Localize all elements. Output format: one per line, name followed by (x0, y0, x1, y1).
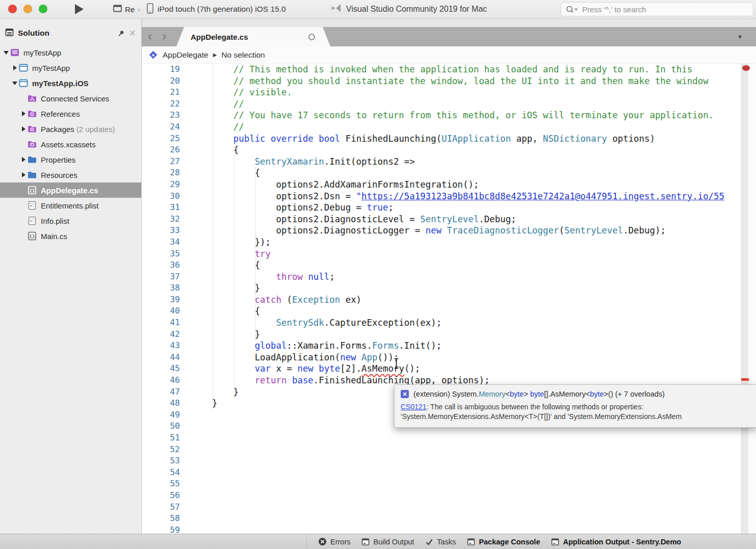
sidebar-item-mytestapp[interactable]: myTestApp (0, 60, 141, 75)
zoom-window-button[interactable] (39, 5, 47, 13)
line-number[interactable]: 54 (142, 467, 180, 479)
line-number[interactable]: 21 (142, 87, 180, 98)
line-number[interactable]: 38 (142, 282, 180, 294)
line-number[interactable]: 36 (142, 259, 180, 271)
line-number[interactable]: 24 (142, 121, 180, 133)
code-line[interactable]: global::Xamarin.Forms.Forms.Init(); (191, 340, 756, 352)
sidebar-item-properties[interactable]: Properties (0, 152, 141, 167)
code-line[interactable] (191, 467, 756, 479)
line-number[interactable]: 48 (142, 398, 180, 409)
code-line[interactable]: options2.AddXamarinFormsIntegration(); (191, 179, 756, 191)
sidebar-item-resources[interactable]: Resources (0, 167, 141, 182)
line-number[interactable]: 58 (142, 513, 180, 525)
line-number[interactable]: 51 (142, 432, 180, 444)
line-number[interactable]: 41 (142, 317, 180, 329)
code-line[interactable]: SentrySdk.CaptureException(ex); (191, 317, 756, 329)
code-line[interactable]: } (191, 329, 756, 341)
run-button[interactable] (75, 4, 84, 14)
line-number[interactable]: 26 (142, 144, 180, 156)
statusbar-application-output-sentry-demo[interactable]: Application Output - Sentry.Demo (551, 538, 681, 546)
line-number[interactable]: 29 (142, 179, 180, 191)
code-line[interactable]: }); (191, 237, 756, 248)
error-overview-dot[interactable] (742, 65, 750, 71)
minimize-window-button[interactable] (23, 5, 32, 13)
sidebar-item-assets-xcassets[interactable]: Assets.xcassets (0, 137, 141, 152)
line-number[interactable]: 43 (142, 340, 180, 352)
line-number[interactable]: 34 (142, 237, 180, 248)
code-line[interactable]: { (191, 144, 756, 156)
line-number[interactable]: 37 (142, 271, 180, 283)
code-line[interactable]: // method you should instantiate the win… (191, 75, 756, 87)
code-line[interactable]: // (191, 121, 756, 133)
code-line[interactable]: public override bool FinishedLaunching(U… (191, 133, 756, 145)
scrollbar-overview-column[interactable] (741, 64, 756, 534)
line-number[interactable]: 50 (142, 421, 180, 432)
close-pad-icon[interactable]: ✕ (129, 29, 136, 38)
code-line[interactable]: SentryXamarin.Init(options2 => (191, 156, 756, 168)
sidebar-item-appdelegate-cs[interactable]: {}AppDelegate.cs (0, 182, 141, 198)
line-number[interactable]: 57 (142, 502, 180, 513)
line-number[interactable]: 47 (142, 386, 180, 398)
code-line[interactable]: { (191, 167, 756, 179)
search-input[interactable]: Press '^,' to search (561, 2, 753, 16)
pin-pad-icon[interactable] (116, 28, 126, 38)
code-line[interactable]: // You have 17 seconds to return from th… (191, 110, 756, 121)
expander-right-icon[interactable] (22, 126, 25, 132)
line-number[interactable]: 56 (142, 490, 180, 502)
code-line[interactable]: try (191, 248, 756, 260)
code-line[interactable]: var x = new byte[2].AsMemory(); (191, 363, 756, 375)
code-line[interactable] (191, 513, 756, 525)
code-line[interactable]: { (191, 259, 756, 271)
code-line[interactable] (191, 502, 756, 513)
code-line[interactable] (191, 444, 756, 456)
navigate-back-icon[interactable]: ‹ (148, 27, 152, 46)
code-line[interactable]: LoadApplication(new App()); (191, 352, 756, 363)
sidebar-item-main-cs[interactable]: {}Main.cs (0, 228, 141, 244)
code-line[interactable]: options2.Debug = true; (191, 202, 756, 214)
code-line[interactable]: options2.DiagnosticLogger = new TraceDia… (191, 225, 756, 237)
line-number[interactable]: 52 (142, 444, 180, 456)
sidebar-item-packages[interactable]: Packages(2 updates) (0, 121, 141, 137)
line-number[interactable]: 20 (142, 75, 180, 87)
line-number[interactable]: 31 (142, 202, 180, 214)
line-number[interactable]: 25 (142, 133, 180, 145)
code-line[interactable]: throw null; (191, 271, 756, 283)
expander-right-icon[interactable] (13, 65, 17, 70)
line-number[interactable]: 33 (142, 225, 180, 237)
sidebar-item-mytestapp-ios[interactable]: myTestApp.iOS (0, 75, 141, 91)
code-line[interactable] (191, 478, 756, 490)
close-window-button[interactable] (8, 5, 17, 13)
line-number[interactable]: 27 (142, 156, 180, 168)
line-number[interactable]: 53 (142, 455, 180, 467)
line-number[interactable]: 42 (142, 329, 180, 341)
line-number[interactable]: 49 (142, 409, 180, 421)
statusbar-errors[interactable]: Errors (318, 537, 350, 546)
line-number[interactable]: 45 (142, 363, 180, 375)
code-line[interactable] (191, 525, 756, 534)
error-code-link[interactable]: CS0121 (401, 403, 427, 411)
code-line[interactable] (191, 432, 756, 444)
code-line[interactable] (191, 455, 756, 467)
expander-right-icon[interactable] (22, 157, 25, 162)
line-number[interactable]: 44 (142, 352, 180, 363)
line-number-gutter[interactable]: 1920212223242526272829303132333435363738… (142, 64, 181, 534)
sidebar-item-references[interactable]: References (0, 106, 141, 121)
navigate-forward-icon[interactable]: › (162, 27, 166, 46)
statusbar-build-output[interactable]: Build Output (361, 538, 414, 546)
line-number[interactable]: 55 (142, 478, 180, 490)
code-editor[interactable]: 1920212223242526272829303132333435363738… (142, 64, 756, 534)
code-line[interactable] (191, 490, 756, 502)
build-configuration-selector[interactable]: Re › (113, 3, 140, 15)
line-number[interactable]: 19 (142, 64, 180, 75)
line-number[interactable]: 32 (142, 214, 180, 225)
statusbar-package-console[interactable]: Package Console (467, 538, 540, 546)
breadcrumb-member[interactable]: No selection (221, 50, 265, 60)
expander-right-icon[interactable] (22, 111, 25, 116)
code-line[interactable]: // (191, 98, 756, 110)
line-number[interactable]: 28 (142, 167, 180, 179)
code-line[interactable]: options2.Dsn = "https://5a193123a9b841bc… (191, 191, 756, 202)
code-line[interactable]: catch (Exception ex) (191, 294, 756, 306)
expander-right-icon[interactable] (22, 172, 25, 177)
line-number[interactable]: 40 (142, 305, 180, 317)
code-line[interactable]: // visible. (191, 87, 756, 98)
